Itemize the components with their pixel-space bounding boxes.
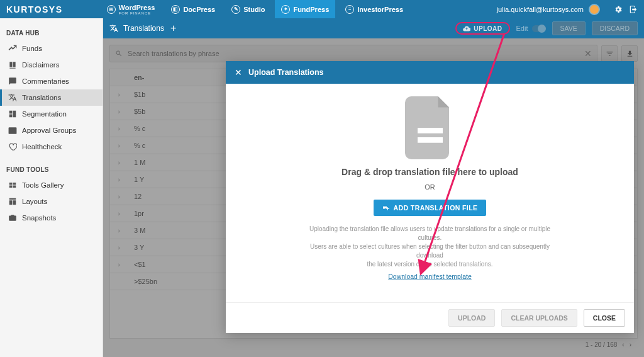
toolbar: Translations + UPLOAD Edit SAVE DISCARD — [103, 18, 644, 38]
edit-toggle[interactable] — [532, 25, 546, 32]
sidebar-item-translations[interactable]: Translations — [0, 89, 103, 106]
modal-footer: UPLOAD CLEAR UPLOADS CLOSE — [226, 302, 634, 333]
nav-app-label: FundPress — [293, 6, 329, 13]
save-button[interactable]: SAVE — [552, 21, 586, 35]
upload-label: UPLOAD — [474, 25, 502, 32]
studio-icon: ✎ — [231, 5, 240, 14]
translate-icon — [109, 24, 118, 33]
page-title: Translations — [123, 24, 164, 33]
health-icon — [8, 142, 17, 151]
main: Translations + UPLOAD Edit SAVE DISCARD — [103, 18, 644, 357]
wordpress-icon: W — [107, 5, 116, 14]
upload-modal: ✕ Upload Translations Drag & drop transl… — [226, 61, 634, 333]
sidebar-item-disclaimers[interactable]: Disclaimers — [0, 57, 103, 73]
or-text: OR — [425, 183, 435, 191]
sidebar-item-label: Disclaimers — [22, 61, 59, 69]
gallery-icon — [8, 181, 17, 190]
docpress-icon: ◧ — [171, 5, 180, 14]
document-icon — [405, 96, 455, 159]
sidebar-section-title: FUND TOOLS — [0, 162, 103, 177]
sidebar-section-title: DATA HUB — [0, 26, 103, 40]
modal-clear-button[interactable]: CLEAR UPLOADS — [501, 309, 577, 327]
nav-app-label: WordPress — [119, 4, 155, 11]
sidebar-item-label: Layouts — [22, 198, 47, 205]
nav-app-studio[interactable]: ✎ Studio — [225, 0, 271, 18]
app-switcher: W WordPress FOR FINANCE ◧ DocPress ✎ Stu… — [101, 0, 409, 18]
sidebar-item-segmentation[interactable]: Segmentation — [0, 106, 103, 122]
sidebar-item-label: Healthcheck — [22, 143, 62, 150]
add-button-label: ADD TRANSLATION FILE — [394, 204, 478, 212]
svg-rect-0 — [418, 128, 443, 133]
segment-icon — [8, 110, 17, 118]
sidebar-item-label: Approval Groups — [22, 127, 76, 134]
sidebar-item-label: Tools Gallery — [22, 181, 64, 189]
sidebar-item-approval-groups[interactable]: Approval Groups — [0, 122, 103, 139]
comment-icon — [8, 77, 17, 86]
nav-app-investorpress[interactable]: ≡ InvestorPress — [339, 0, 409, 18]
top-nav: KURTOSYS W WordPress FOR FINANCE ◧ DocPr… — [0, 0, 644, 18]
sidebar-item-commentaries[interactable]: Commentaries — [0, 73, 103, 89]
sidebar-item-label: Commentaries — [22, 77, 69, 85]
brand-logo: KURTOSYS — [6, 4, 63, 14]
playlist-add-icon — [382, 204, 390, 212]
layouts-icon — [8, 197, 17, 206]
sidebar-item-label: Translations — [22, 94, 61, 101]
cloud-upload-icon — [463, 25, 470, 32]
nav-app-label: DocPress — [183, 6, 215, 13]
sidebar-item-layouts[interactable]: Layouts — [0, 193, 103, 210]
sidebar-item-label: Segmentation — [22, 110, 67, 118]
download-manifest-link[interactable]: Download manifest template — [388, 273, 472, 280]
modal-close-button[interactable]: CLOSE — [584, 309, 625, 327]
upload-button[interactable]: UPLOAD — [455, 22, 509, 35]
nav-app-docpress[interactable]: ◧ DocPress — [165, 0, 221, 18]
sidebar-item-healthcheck[interactable]: Healthcheck — [0, 139, 103, 155]
logout-icon[interactable] — [629, 5, 638, 14]
sidebar-item-label: Funds — [22, 45, 42, 52]
nav-app-wordpress[interactable]: W WordPress FOR FINANCE — [101, 0, 162, 18]
book-icon — [8, 60, 17, 69]
modal-title: Upload Translations — [248, 68, 323, 77]
add-translation-file-button[interactable]: ADD TRANSLATION FILE — [374, 200, 487, 216]
user-email[interactable]: julia.quickfall@kurtosys.com — [497, 6, 584, 13]
investorpress-icon: ≡ — [345, 5, 354, 14]
sidebar-item-label: Snapshots — [22, 214, 56, 222]
nav-app-label: Studio — [243, 6, 265, 13]
avatar[interactable] — [589, 4, 600, 15]
sidebar-item-funds[interactable]: Funds — [0, 40, 103, 57]
nav-app-fundpress[interactable]: ✦ FundPress — [275, 0, 335, 18]
discard-button[interactable]: DISCARD — [592, 21, 638, 35]
gear-icon[interactable] — [614, 5, 623, 14]
nav-app-sub: FOR FINANCE — [119, 11, 155, 15]
page-title-wrap: Translations — [109, 24, 164, 33]
edit-label: Edit — [516, 25, 528, 32]
drop-title: Drag & drop translation file here to upl… — [341, 167, 518, 177]
modal-header: ✕ Upload Translations — [226, 61, 634, 84]
edit-toggle-group: Edit — [516, 25, 546, 32]
sidebar: DATA HUB Funds Disclaimers Commentaries … — [0, 18, 103, 357]
sidebar-item-tools-gallery[interactable]: Tools Gallery — [0, 177, 103, 193]
modal-upload-button[interactable]: UPLOAD — [448, 309, 495, 327]
nav-app-label: InvestorPress — [357, 6, 403, 13]
camera-icon — [8, 213, 17, 222]
fundpress-icon: ✦ — [281, 5, 290, 14]
add-button[interactable]: + — [170, 23, 176, 34]
close-icon[interactable]: ✕ — [235, 67, 242, 77]
help-text: Uploading the translation file allows us… — [298, 225, 562, 269]
translate-icon — [8, 93, 17, 102]
modal-body: Drag & drop translation file here to upl… — [226, 84, 634, 302]
sidebar-item-snapshots[interactable]: Snapshots — [0, 210, 103, 226]
approval-icon — [8, 126, 17, 135]
chart-icon — [8, 44, 17, 53]
svg-rect-1 — [418, 137, 443, 143]
